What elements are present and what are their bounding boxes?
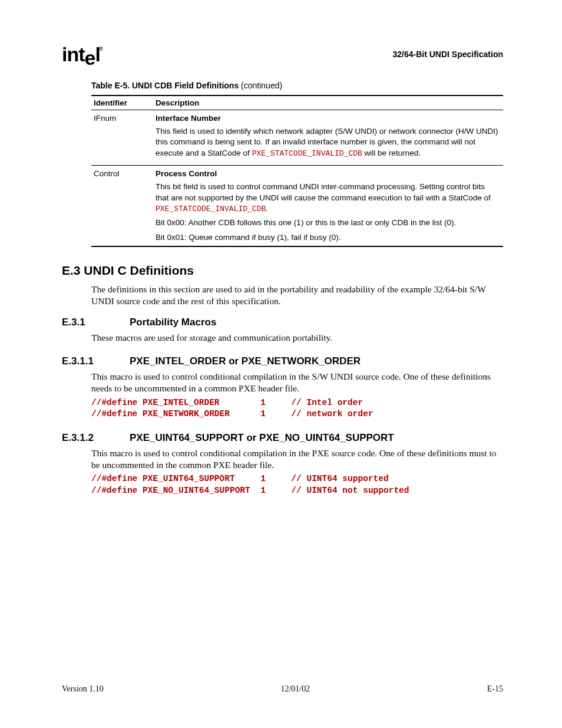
code-constant: PXE_STATCODE_INVALID_CDB [252, 149, 362, 158]
desc-title: Process Control [156, 169, 500, 179]
col-description: Description [153, 95, 503, 110]
desc-body: This field is used to identify which net… [156, 126, 500, 159]
table-caption: Table E-5. UNDI CDB Field Definitions (c… [91, 81, 503, 90]
desc-body: This bit field is used to control comman… [156, 182, 500, 214]
desc-extra-2: Bit 0x01: Queue command if busy (1), fai… [156, 232, 500, 243]
table-row: IFnum Interface Number This field is use… [91, 110, 503, 166]
footer-page: E-15 [487, 684, 503, 694]
intel-logo: intel® [62, 44, 104, 64]
cell-identifier: IFnum [91, 110, 153, 166]
code-block: //#define PXE_UINT64_SUPPORT 1 // UINT64… [91, 473, 503, 496]
section-e3-1-1-heading: E.3.1.1PXE_INTEL_ORDER or PXE_NETWORK_OR… [62, 355, 503, 367]
section-e3-heading: E.3 UNDI C Definitions [62, 263, 503, 278]
page-footer: Version 1.10 12/01/02 E-15 [62, 684, 503, 694]
table-header-row: Identifier Description [91, 95, 503, 110]
desc-extra-1: Bit 0x00: Another CDB follows this one (… [156, 218, 500, 228]
section-number: E.3.1.1 [62, 355, 130, 367]
section-e3-body: The definitions in this section are used… [91, 284, 503, 307]
section-e3-1-body: These macros are used for storage and co… [91, 332, 503, 344]
code-block: //#define PXE_INTEL_ORDER 1 // Intel ord… [91, 397, 503, 420]
table-caption-continued: (continued) [241, 81, 282, 90]
page-header: intel® 32/64-Bit UNDI Specification [62, 44, 503, 64]
col-identifier: Identifier [91, 95, 153, 110]
cell-identifier: Control [91, 166, 153, 246]
desc-title: Interface Number [156, 113, 500, 124]
code-constant: PXE_STATCODE_INVALID_CDB [156, 205, 266, 213]
section-title: Portability Macros [130, 317, 216, 328]
section-number: E.3.1 [62, 317, 130, 328]
footer-date: 12/01/02 [280, 684, 310, 694]
section-e3-1-1-body: This macro is used to control conditiona… [91, 371, 503, 394]
cell-description: Process Control This bit field is used t… [153, 166, 503, 246]
section-number: E.3.1.2 [62, 432, 130, 444]
section-title: PXE_INTEL_ORDER or PXE_NETWORK_ORDER [130, 355, 361, 367]
page: intel® 32/64-Bit UNDI Specification Tabl… [0, 0, 562, 728]
section-e3-1-2-body: This macro is used to control conditiona… [91, 447, 503, 471]
document-title: 32/64-Bit UNDI Specification [393, 50, 504, 59]
table-row: Control Process Control This bit field i… [91, 166, 503, 246]
section-e3-1-heading: E.3.1Portability Macros [62, 317, 503, 328]
footer-version: Version 1.10 [62, 684, 104, 694]
table-caption-title: Table E-5. UNDI CDB Field Definitions [91, 81, 241, 90]
section-title: PXE_UINT64_SUPPORT or PXE_NO_UINT64_SUPP… [130, 432, 394, 443]
cdb-table: Identifier Description IFnum Interface N… [91, 95, 503, 247]
section-e3-1-2-heading: E.3.1.2PXE_UINT64_SUPPORT or PXE_NO_UINT… [62, 432, 503, 444]
cell-description: Interface Number This field is used to i… [153, 110, 503, 166]
